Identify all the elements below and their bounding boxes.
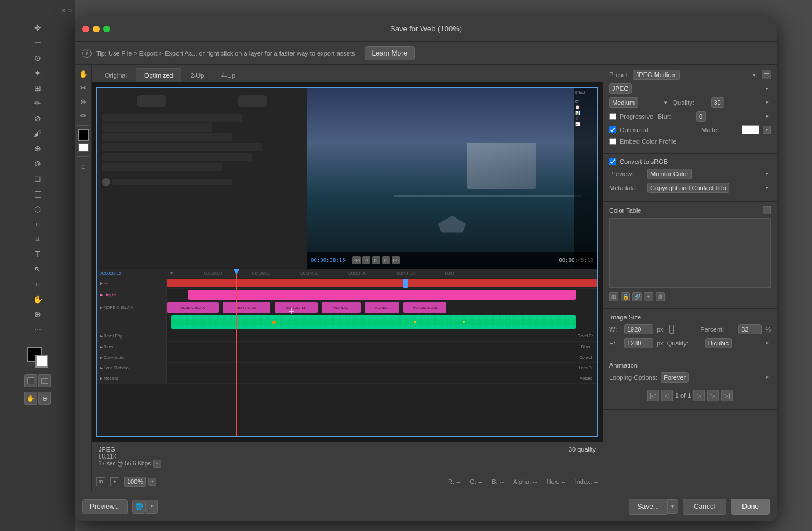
brush-tool[interactable]: 🖌: [31, 126, 45, 140]
h-label: H:: [609, 340, 621, 347]
convolution-label: Convol: [574, 352, 597, 362]
learn-more-button[interactable]: Learn More: [365, 46, 415, 60]
eyedropper-tool[interactable]: ✏: [31, 96, 45, 110]
bg-swatch-inner[interactable]: [78, 143, 89, 152]
embed-color-profile-checkbox[interactable]: [609, 138, 616, 145]
anim-play-btn[interactable]: ▷: [693, 390, 705, 401]
pen-tool[interactable]: ⌗: [31, 232, 45, 246]
eraser-tool[interactable]: ◻: [31, 172, 45, 186]
play-fwd-btn[interactable]: ▷▷: [392, 256, 400, 264]
track-row-lens: ▶ Lens Distortio Lens Di: [97, 363, 597, 373]
tab-2up[interactable]: 2-Up: [181, 68, 213, 82]
clone-stamp-tool[interactable]: ⊕: [31, 141, 45, 155]
more-tools[interactable]: ···: [31, 322, 45, 336]
eyedropper-inner[interactable]: ✏: [77, 109, 90, 122]
quality-interp-select[interactable]: Bicubic: [705, 338, 732, 348]
ct-map-icon[interactable]: ⊞: [609, 292, 618, 301]
tab-original[interactable]: Original: [96, 68, 136, 82]
metadata-select[interactable]: Copyright and Contact Info: [647, 183, 729, 193]
color-table-menu-btn[interactable]: ☰: [763, 206, 771, 214]
quality-select[interactable]: 30: [711, 97, 724, 108]
close-button[interactable]: [82, 26, 89, 32]
bottom-toolbar: ⊞ + 100% ▾ R: -- G: -- B: -- Alpha: --: [92, 471, 603, 492]
play-btn[interactable]: ▷: [372, 256, 380, 264]
playhead[interactable]: [236, 269, 237, 436]
save-button[interactable]: Save...: [629, 499, 667, 515]
magic-wand-tool[interactable]: ✦: [31, 66, 45, 80]
shape-tool[interactable]: ○: [31, 277, 45, 291]
matte-color-swatch[interactable]: [742, 125, 759, 134]
save-dropdown-btn[interactable]: ▾: [667, 499, 678, 514]
browser-icon[interactable]: 🌐: [132, 500, 146, 514]
hand-pan-btn[interactable]: ✋: [24, 392, 37, 405]
prev-frame-btn[interactable]: ◁: [362, 256, 370, 264]
info-icon-small[interactable]: ≡: [153, 460, 161, 468]
preview-size-icon2[interactable]: +: [110, 477, 119, 486]
healing-brush-tool[interactable]: ⊘: [31, 111, 45, 125]
preset-select[interactable]: JPEG Medium: [633, 70, 680, 80]
color-swatches[interactable]: [27, 347, 48, 368]
tab-4up[interactable]: 4-Up: [213, 68, 244, 82]
next-frame-btn[interactable]: ▷: [382, 256, 390, 264]
minimize-button[interactable]: [93, 26, 100, 32]
ct-lock-icon[interactable]: 🔒: [621, 292, 630, 301]
cancel-button[interactable]: Cancel: [683, 499, 726, 515]
ct-add-icon[interactable]: +: [644, 292, 653, 301]
text-tool[interactable]: T: [31, 247, 45, 261]
anim-next-btn[interactable]: ▷: [707, 390, 719, 401]
anim-prev-btn[interactable]: ◁: [661, 390, 673, 401]
toggle-visibility[interactable]: ◻: [77, 160, 90, 173]
expand-icon[interactable]: »: [68, 7, 72, 14]
blur-select[interactable]: 0: [696, 111, 706, 122]
history-brush-tool[interactable]: ⊚: [31, 157, 45, 170]
hand-tool-inner[interactable]: ✋: [77, 67, 90, 80]
zoom-tool-inner[interactable]: ⊕: [77, 95, 90, 108]
blur-select-wrapper: 0: [696, 111, 771, 122]
format-select[interactable]: JPEG: [609, 83, 632, 94]
dodge-tool[interactable]: ○: [31, 217, 45, 231]
convert-srgb-checkbox[interactable]: [609, 158, 616, 165]
menu-item: [102, 143, 262, 151]
ct-chain-icon[interactable]: 🔗: [632, 292, 642, 301]
anim-first-btn[interactable]: |◁: [647, 390, 659, 401]
collapse-icon[interactable]: ✕: [61, 7, 66, 14]
preset-menu-btn[interactable]: ☰: [762, 70, 771, 79]
hand-tool[interactable]: ✋: [31, 292, 45, 306]
path-select-tool[interactable]: ↖: [31, 262, 45, 276]
zoom-dropdown[interactable]: ▾: [148, 478, 156, 486]
background-color[interactable]: [35, 355, 48, 368]
marquee-tool[interactable]: ▭: [31, 36, 45, 50]
anim-last-btn[interactable]: ▷|: [721, 390, 733, 401]
looping-select[interactable]: Forever: [661, 372, 689, 383]
matte-dropdown[interactable]: ▾: [763, 126, 771, 134]
slice-tool[interactable]: ✂: [77, 81, 90, 94]
save-button-group: Save... ▾: [629, 499, 678, 515]
crop-tool[interactable]: ⊞: [31, 81, 45, 95]
gradient-tool[interactable]: ◫: [31, 187, 45, 201]
preview-select[interactable]: Monitor Color: [647, 169, 692, 179]
quick-mask-btn[interactable]: [24, 374, 37, 387]
percent-input[interactable]: [738, 324, 762, 334]
screen-mode-btn[interactable]: [38, 374, 51, 387]
preview-size-icon[interactable]: ⊞: [96, 477, 105, 486]
zoom-value[interactable]: 100%: [124, 477, 146, 487]
done-button[interactable]: Done: [731, 499, 770, 515]
width-input[interactable]: [624, 324, 653, 334]
blur-tool[interactable]: ◌: [31, 202, 45, 216]
tab-optimized[interactable]: Optimized: [136, 68, 182, 82]
ct-delete-icon[interactable]: 🗑: [656, 292, 665, 301]
preview-button[interactable]: Preview...: [82, 499, 128, 514]
zoom-tool[interactable]: ⊕: [31, 307, 45, 321]
play-back-btn[interactable]: ◁◁: [352, 256, 361, 264]
progressive-checkbox[interactable]: [609, 113, 616, 120]
lasso-tool[interactable]: ⊙: [31, 51, 45, 65]
maximize-button[interactable]: [103, 26, 110, 32]
move-tool[interactable]: ✥: [31, 21, 45, 35]
browser-dropdown[interactable]: ▾: [146, 500, 158, 514]
height-input[interactable]: [624, 338, 653, 348]
optimized-checkbox[interactable]: [609, 126, 616, 133]
frame-counter: 1 of 1: [675, 392, 691, 399]
compression-select[interactable]: Medium: [609, 97, 638, 108]
color-swatch-inner[interactable]: [78, 129, 89, 141]
zoom-canvas-btn[interactable]: ⊕: [38, 392, 51, 405]
